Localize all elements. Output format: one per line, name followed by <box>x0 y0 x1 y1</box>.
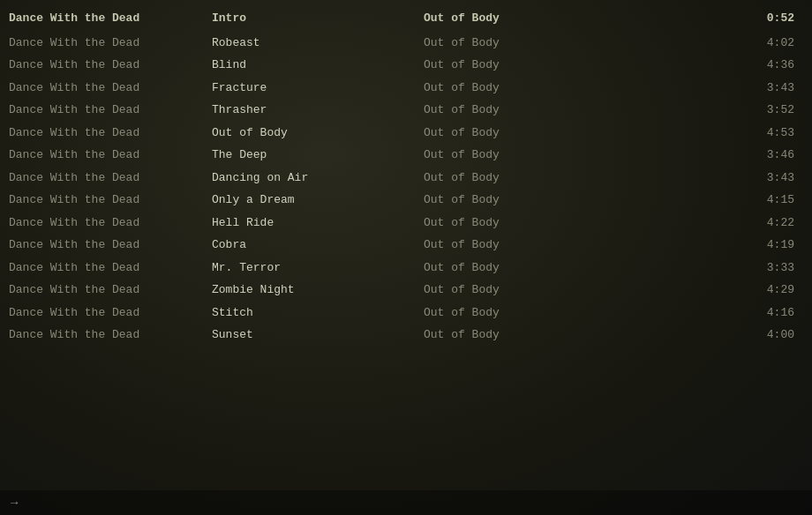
table-row[interactable]: Dance With the DeadSunsetOut of Body4:00 <box>0 324 812 347</box>
track-artist: Dance With the Dead <box>9 259 212 277</box>
track-title: Stitch <box>212 304 424 322</box>
table-row[interactable]: Dance With the DeadMr. TerrorOut of Body… <box>0 257 812 280</box>
track-duration: 4:16 <box>600 304 794 322</box>
table-row[interactable]: Dance With the DeadFractureOut of Body3:… <box>0 77 812 100</box>
header-duration: 0:52 <box>600 10 794 27</box>
table-row[interactable]: Dance With the DeadDancing on AirOut of … <box>0 167 812 190</box>
track-artist: Dance With the Dead <box>9 304 212 322</box>
table-header: Dance With the Dead Intro Out of Body 0:… <box>0 7 812 30</box>
track-artist: Dance With the Dead <box>9 169 212 187</box>
track-album: Out of Body <box>424 214 600 232</box>
track-title: Out of Body <box>212 124 424 142</box>
track-title: Mr. Terror <box>212 259 424 277</box>
track-album: Out of Body <box>424 124 600 142</box>
track-album: Out of Body <box>424 236 600 254</box>
track-duration: 3:46 <box>600 146 794 164</box>
track-artist: Dance With the Dead <box>9 34 212 52</box>
track-artist: Dance With the Dead <box>9 214 212 232</box>
track-album: Out of Body <box>424 169 600 187</box>
track-artist: Dance With the Dead <box>9 326 212 344</box>
track-duration: 4:19 <box>600 236 794 254</box>
track-duration: 4:29 <box>600 281 794 299</box>
track-title: Sunset <box>212 326 424 344</box>
header-title: Intro <box>212 10 424 27</box>
table-row[interactable]: Dance With the DeadOut of BodyOut of Bod… <box>0 122 812 145</box>
table-row[interactable]: Dance With the DeadZombie NightOut of Bo… <box>0 279 812 302</box>
track-title: The Deep <box>212 146 424 164</box>
table-row[interactable]: Dance With the DeadCobraOut of Body4:19 <box>0 234 812 257</box>
track-duration: 4:22 <box>600 214 794 232</box>
track-duration: 4:00 <box>600 326 794 344</box>
track-title: Blind <box>212 56 424 74</box>
arrow-icon: → <box>11 496 18 510</box>
table-row[interactable]: Dance With the DeadRobeastOut of Body4:0… <box>0 32 812 55</box>
track-duration: 4:36 <box>600 56 794 74</box>
table-row[interactable]: Dance With the DeadOnly a DreamOut of Bo… <box>0 189 812 212</box>
track-album: Out of Body <box>424 326 600 344</box>
track-album: Out of Body <box>424 79 600 97</box>
header-artist: Dance With the Dead <box>9 10 212 27</box>
track-title: Only a Dream <box>212 191 424 209</box>
track-album: Out of Body <box>424 259 600 277</box>
track-artist: Dance With the Dead <box>9 281 212 299</box>
track-title: Dancing on Air <box>212 169 424 187</box>
track-duration: 3:43 <box>600 169 794 187</box>
track-artist: Dance With the Dead <box>9 146 212 164</box>
track-title: Zombie Night <box>212 281 424 299</box>
table-row[interactable]: Dance With the DeadThe DeepOut of Body3:… <box>0 144 812 167</box>
track-artist: Dance With the Dead <box>9 101 212 119</box>
track-duration: 3:43 <box>600 79 794 97</box>
track-title: Cobra <box>212 236 424 254</box>
track-album: Out of Body <box>424 56 600 74</box>
track-artist: Dance With the Dead <box>9 56 212 74</box>
track-artist: Dance With the Dead <box>9 124 212 142</box>
track-title: Thrasher <box>212 101 424 119</box>
track-album: Out of Body <box>424 304 600 322</box>
track-album: Out of Body <box>424 101 600 119</box>
track-duration: 3:33 <box>600 259 794 277</box>
table-row[interactable]: Dance With the DeadThrasherOut of Body3:… <box>0 99 812 122</box>
track-artist: Dance With the Dead <box>9 79 212 97</box>
track-list: Dance With the Dead Intro Out of Body 0:… <box>0 0 812 354</box>
track-duration: 4:02 <box>600 34 794 52</box>
track-title: Hell Ride <box>212 214 424 232</box>
track-duration: 3:52 <box>600 101 794 119</box>
track-album: Out of Body <box>424 281 600 299</box>
track-title: Fracture <box>212 79 424 97</box>
track-duration: 4:15 <box>600 191 794 209</box>
table-row[interactable]: Dance With the DeadBlindOut of Body4:36 <box>0 54 812 77</box>
track-title: Robeast <box>212 34 424 52</box>
track-album: Out of Body <box>424 34 600 52</box>
track-album: Out of Body <box>424 191 600 209</box>
table-row[interactable]: Dance With the DeadHell RideOut of Body4… <box>0 212 812 235</box>
bottom-bar: → <box>0 490 812 515</box>
track-duration: 4:53 <box>600 124 794 142</box>
track-artist: Dance With the Dead <box>9 191 212 209</box>
header-album: Out of Body <box>424 10 600 27</box>
track-album: Out of Body <box>424 146 600 164</box>
track-artist: Dance With the Dead <box>9 236 212 254</box>
table-row[interactable]: Dance With the DeadStitchOut of Body4:16 <box>0 302 812 325</box>
